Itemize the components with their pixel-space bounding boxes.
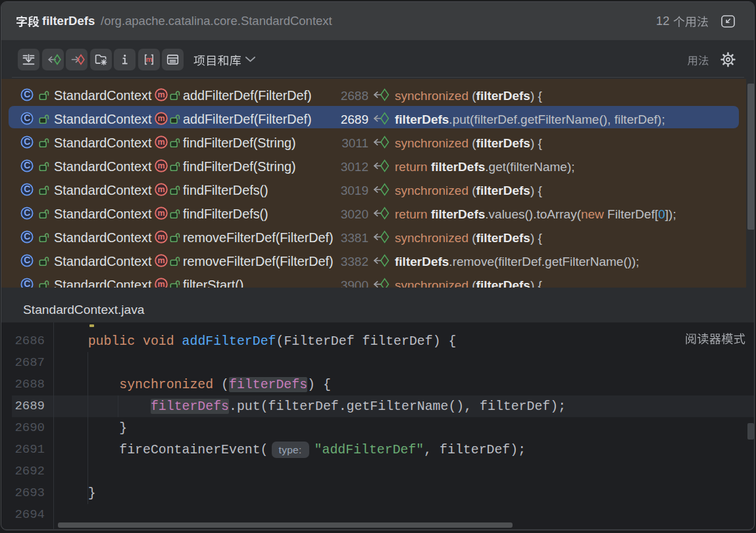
- svg-text:C: C: [24, 255, 30, 265]
- svg-text:m: m: [157, 256, 164, 265]
- svg-text:m: m: [157, 232, 164, 241]
- svg-text:m: m: [157, 209, 164, 218]
- svg-text:C: C: [24, 278, 30, 288]
- svg-text:C: C: [24, 160, 30, 170]
- svg-text:m: m: [157, 185, 164, 194]
- svg-text:C: C: [24, 89, 30, 99]
- svg-text:m: m: [157, 114, 164, 123]
- svg-text:C: C: [24, 136, 30, 147]
- svg-text:m: m: [157, 161, 164, 170]
- svg-text:m: m: [145, 55, 152, 63]
- svg-text:m: m: [157, 90, 164, 99]
- svg-text:m: m: [157, 280, 164, 288]
- svg-text:m: m: [157, 138, 164, 147]
- svg-text:C: C: [24, 231, 30, 241]
- svg-text:C: C: [24, 207, 30, 218]
- svg-text:C: C: [24, 184, 30, 194]
- svg-text:C: C: [24, 113, 30, 123]
